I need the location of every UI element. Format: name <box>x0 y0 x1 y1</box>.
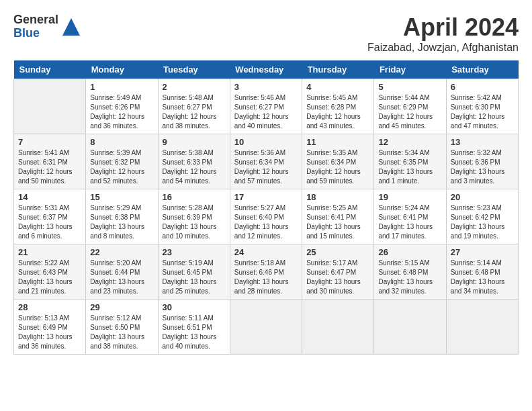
day-number: 18 <box>306 192 369 202</box>
day-number: 5 <box>378 82 441 92</box>
calendar-cell <box>302 300 374 355</box>
calendar-cell <box>446 300 518 355</box>
calendar-cell: 28Sunrise: 5:13 AMSunset: 6:49 PMDayligh… <box>14 300 86 355</box>
day-number: 1 <box>90 82 153 92</box>
day-info: Sunrise: 5:27 AMSunset: 6:40 PMDaylight:… <box>234 203 298 241</box>
day-number: 30 <box>163 302 226 312</box>
day-info: Sunrise: 5:11 AMSunset: 6:51 PMDaylight:… <box>163 314 226 351</box>
day-header-monday: Monday <box>86 60 158 79</box>
day-number: 28 <box>18 302 81 312</box>
day-info: Sunrise: 5:39 AMSunset: 6:32 PMDaylight:… <box>90 148 153 186</box>
calendar-cell: 23Sunrise: 5:19 AMSunset: 6:45 PMDayligh… <box>158 244 230 300</box>
calendar-cell: 12Sunrise: 5:34 AMSunset: 6:35 PMDayligh… <box>374 134 446 189</box>
day-number: 26 <box>378 247 441 257</box>
calendar-cell: 19Sunrise: 5:24 AMSunset: 6:41 PMDayligh… <box>374 189 446 244</box>
day-info: Sunrise: 5:18 AMSunset: 6:46 PMDaylight:… <box>234 259 298 296</box>
day-number: 8 <box>90 137 153 147</box>
day-info: Sunrise: 5:49 AMSunset: 6:26 PMDaylight:… <box>90 93 153 131</box>
day-number: 16 <box>163 192 226 202</box>
day-info: Sunrise: 5:23 AMSunset: 6:42 PMDaylight:… <box>451 203 514 241</box>
day-info: Sunrise: 5:32 AMSunset: 6:36 PMDaylight:… <box>451 148 514 186</box>
calendar-cell: 6Sunrise: 5:42 AMSunset: 6:30 PMDaylight… <box>446 79 518 134</box>
day-number: 9 <box>163 137 226 147</box>
calendar-cell <box>374 300 446 355</box>
day-header-saturday: Saturday <box>446 60 518 79</box>
calendar-cell: 16Sunrise: 5:28 AMSunset: 6:39 PMDayligh… <box>158 189 230 244</box>
day-number: 2 <box>163 82 226 92</box>
calendar-cell: 15Sunrise: 5:29 AMSunset: 6:38 PMDayligh… <box>86 189 158 244</box>
day-info: Sunrise: 5:46 AMSunset: 6:27 PMDaylight:… <box>234 93 298 131</box>
day-number: 20 <box>451 192 514 202</box>
month-title: April 2024 <box>367 13 519 42</box>
day-number: 14 <box>18 192 81 202</box>
calendar-cell: 24Sunrise: 5:18 AMSunset: 6:46 PMDayligh… <box>230 244 302 300</box>
calendar-cell: 18Sunrise: 5:25 AMSunset: 6:41 PMDayligh… <box>302 189 374 244</box>
location-text: Faizabad, Jowzjan, Afghanistan <box>367 42 519 54</box>
day-info: Sunrise: 5:22 AMSunset: 6:43 PMDaylight:… <box>18 259 81 296</box>
calendar-cell: 8Sunrise: 5:39 AMSunset: 6:32 PMDaylight… <box>86 134 158 189</box>
day-info: Sunrise: 5:19 AMSunset: 6:45 PMDaylight:… <box>163 259 226 296</box>
calendar-cell: 25Sunrise: 5:17 AMSunset: 6:47 PMDayligh… <box>302 244 374 300</box>
calendar-cell: 20Sunrise: 5:23 AMSunset: 6:42 PMDayligh… <box>446 189 518 244</box>
day-info: Sunrise: 5:12 AMSunset: 6:50 PMDaylight:… <box>90 314 153 351</box>
page-header: General Blue April 2024 Faizabad, Jowzja… <box>13 13 519 54</box>
day-info: Sunrise: 5:34 AMSunset: 6:35 PMDaylight:… <box>378 148 441 186</box>
day-info: Sunrise: 5:35 AMSunset: 6:34 PMDaylight:… <box>306 148 369 186</box>
day-number: 11 <box>306 137 369 147</box>
calendar-cell: 21Sunrise: 5:22 AMSunset: 6:43 PMDayligh… <box>14 244 86 300</box>
logo-blue-text: Blue <box>13 27 58 40</box>
calendar-cell: 2Sunrise: 5:48 AMSunset: 6:27 PMDaylight… <box>158 79 230 134</box>
day-info: Sunrise: 5:25 AMSunset: 6:41 PMDaylight:… <box>306 203 369 241</box>
day-info: Sunrise: 5:15 AMSunset: 6:48 PMDaylight:… <box>378 259 441 296</box>
day-number: 6 <box>451 82 514 92</box>
calendar-table: SundayMondayTuesdayWednesdayThursdayFrid… <box>13 60 519 355</box>
day-header-thursday: Thursday <box>302 60 374 79</box>
day-number: 24 <box>234 247 298 257</box>
day-number: 27 <box>451 247 514 257</box>
day-header-friday: Friday <box>374 60 446 79</box>
day-info: Sunrise: 5:20 AMSunset: 6:44 PMDaylight:… <box>90 259 153 296</box>
day-number: 15 <box>90 192 153 202</box>
calendar-cell: 1Sunrise: 5:49 AMSunset: 6:26 PMDaylight… <box>86 79 158 134</box>
day-info: Sunrise: 5:45 AMSunset: 6:28 PMDaylight:… <box>306 93 369 131</box>
calendar-cell: 3Sunrise: 5:46 AMSunset: 6:27 PMDaylight… <box>230 79 302 134</box>
day-number: 7 <box>18 137 81 147</box>
calendar-cell: 30Sunrise: 5:11 AMSunset: 6:51 PMDayligh… <box>158 300 230 355</box>
calendar-cell: 11Sunrise: 5:35 AMSunset: 6:34 PMDayligh… <box>302 134 374 189</box>
day-number: 13 <box>451 137 514 147</box>
day-number: 19 <box>378 192 441 202</box>
day-info: Sunrise: 5:17 AMSunset: 6:47 PMDaylight:… <box>306 259 369 296</box>
calendar-cell: 13Sunrise: 5:32 AMSunset: 6:36 PMDayligh… <box>446 134 518 189</box>
calendar-cell <box>14 79 86 134</box>
day-info: Sunrise: 5:36 AMSunset: 6:34 PMDaylight:… <box>234 148 298 186</box>
day-number: 22 <box>90 247 153 257</box>
day-info: Sunrise: 5:31 AMSunset: 6:37 PMDaylight:… <box>18 203 81 241</box>
day-info: Sunrise: 5:29 AMSunset: 6:38 PMDaylight:… <box>90 203 153 241</box>
svg-marker-0 <box>62 18 80 36</box>
calendar-cell: 29Sunrise: 5:12 AMSunset: 6:50 PMDayligh… <box>86 300 158 355</box>
day-info: Sunrise: 5:38 AMSunset: 6:33 PMDaylight:… <box>163 148 226 186</box>
day-number: 21 <box>18 247 81 257</box>
day-info: Sunrise: 5:28 AMSunset: 6:39 PMDaylight:… <box>163 203 226 241</box>
day-info: Sunrise: 5:24 AMSunset: 6:41 PMDaylight:… <box>378 203 441 241</box>
calendar-cell: 22Sunrise: 5:20 AMSunset: 6:44 PMDayligh… <box>86 244 158 300</box>
day-info: Sunrise: 5:42 AMSunset: 6:30 PMDaylight:… <box>451 93 514 131</box>
day-info: Sunrise: 5:41 AMSunset: 6:31 PMDaylight:… <box>18 148 81 186</box>
calendar-cell: 10Sunrise: 5:36 AMSunset: 6:34 PMDayligh… <box>230 134 302 189</box>
day-number: 23 <box>163 247 226 257</box>
day-info: Sunrise: 5:14 AMSunset: 6:48 PMDaylight:… <box>451 259 514 296</box>
day-header-sunday: Sunday <box>14 60 86 79</box>
calendar-cell: 14Sunrise: 5:31 AMSunset: 6:37 PMDayligh… <box>14 189 86 244</box>
day-number: 10 <box>234 137 298 147</box>
title-section: April 2024 Faizabad, Jowzjan, Afghanista… <box>367 13 519 54</box>
day-info: Sunrise: 5:48 AMSunset: 6:27 PMDaylight:… <box>163 93 226 131</box>
calendar-cell: 27Sunrise: 5:14 AMSunset: 6:48 PMDayligh… <box>446 244 518 300</box>
day-header-wednesday: Wednesday <box>230 60 302 79</box>
day-number: 29 <box>90 302 153 312</box>
calendar-cell: 9Sunrise: 5:38 AMSunset: 6:33 PMDaylight… <box>158 134 230 189</box>
calendar-cell: 17Sunrise: 5:27 AMSunset: 6:40 PMDayligh… <box>230 189 302 244</box>
logo: General Blue <box>13 13 81 40</box>
logo-icon <box>61 17 81 37</box>
day-header-tuesday: Tuesday <box>158 60 230 79</box>
calendar-cell: 5Sunrise: 5:44 AMSunset: 6:29 PMDaylight… <box>374 79 446 134</box>
